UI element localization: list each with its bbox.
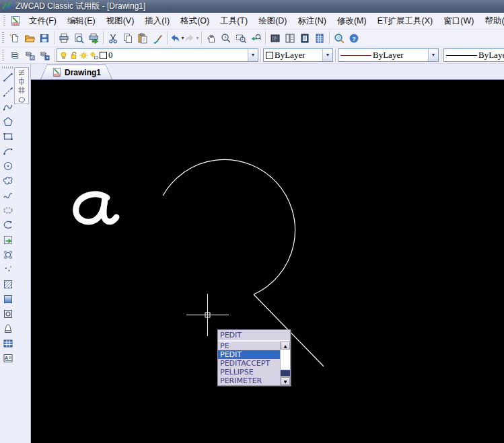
point-tool[interactable] xyxy=(1,262,15,277)
make-block-tool[interactable] xyxy=(1,247,15,262)
left-tool-panel: A xyxy=(0,64,31,443)
scrollbar-track[interactable] xyxy=(281,350,290,377)
color-swatch-icon xyxy=(266,52,273,59)
cut-button[interactable] xyxy=(106,31,120,46)
separator xyxy=(335,49,336,62)
menu-window[interactable]: 窗口(W) xyxy=(438,14,479,28)
quickcalc-button[interactable] xyxy=(312,31,327,46)
dropdown-arrow-icon[interactable]: ▾ xyxy=(196,36,199,41)
publish-button[interactable] xyxy=(86,31,101,46)
layer-select[interactable]: 0 ▼ xyxy=(57,48,258,62)
chevron-down-icon[interactable]: ▼ xyxy=(428,49,438,61)
pan-button[interactable] xyxy=(204,31,219,46)
insert-block-tool[interactable] xyxy=(1,233,15,247)
draw-order-tool[interactable] xyxy=(16,69,27,77)
lineweight-select[interactable]: ByLayer ▼ xyxy=(443,48,504,62)
command-line-button[interactable] xyxy=(268,31,283,46)
popup-item-perimeter[interactable]: PERIMETER xyxy=(218,376,280,385)
popup-item-pedit[interactable]: PEDIT xyxy=(218,350,280,359)
scrollbar-thumb[interactable] xyxy=(281,370,290,376)
hatch-tool[interactable] xyxy=(1,277,15,292)
revision-cloud-tool[interactable] xyxy=(1,173,15,188)
gradient-tool[interactable] xyxy=(1,292,15,307)
scroll-down-button[interactable]: ▼ xyxy=(281,377,290,385)
regen-tool[interactable] xyxy=(16,95,27,103)
menubar-grip[interactable] xyxy=(3,15,5,27)
drawing-canvas[interactable]: PEDIT PEPEDITPEDITACCEPTPELLIPSEPERIMETE… xyxy=(31,80,504,443)
open-button[interactable] xyxy=(22,31,37,46)
menu-dimension[interactable]: 标注(N) xyxy=(293,14,332,28)
find-button[interactable] xyxy=(332,31,347,46)
commandline-icon xyxy=(270,33,281,44)
print-button[interactable] xyxy=(57,31,71,46)
popup-item-peditaccept[interactable]: PEDITACCEPT xyxy=(218,359,280,368)
layer-states-button[interactable] xyxy=(22,48,37,63)
popup-item-pe[interactable]: PE xyxy=(218,341,280,350)
toolbar-grip[interactable] xyxy=(2,32,4,44)
redo-button[interactable]: ▾ xyxy=(184,31,199,46)
svg-text:?: ? xyxy=(352,35,356,42)
mtext-tool[interactable]: A xyxy=(1,351,15,366)
popup-scrollbar[interactable]: ▲ ▼ xyxy=(280,341,290,385)
menu-file[interactable]: 文件(F) xyxy=(24,14,62,28)
grid-snap-tool[interactable] xyxy=(16,86,27,94)
zoom-window-button[interactable] xyxy=(233,31,248,46)
layer-previous-button[interactable] xyxy=(37,48,52,63)
color-select[interactable]: ByLayer ▼ xyxy=(263,48,333,62)
chevron-down-icon[interactable]: ▼ xyxy=(322,49,332,61)
spline-tool[interactable] xyxy=(1,188,15,203)
wipeout-tool[interactable] xyxy=(1,321,15,336)
zoom-previous-button[interactable] xyxy=(248,31,263,46)
line-tool[interactable] xyxy=(1,70,15,85)
rectangle-tool[interactable] xyxy=(1,129,15,144)
table-tool[interactable] xyxy=(1,336,15,351)
menu-tools[interactable]: 工具(T) xyxy=(215,14,253,28)
ellipse-arc-tool[interactable] xyxy=(1,218,15,233)
new-button[interactable] xyxy=(7,31,22,46)
scroll-up-button[interactable]: ▲ xyxy=(281,341,290,350)
work-area: A DWG Drawing1 xyxy=(0,64,504,443)
properties-button[interactable] xyxy=(297,31,312,46)
ellipse-tool[interactable] xyxy=(1,203,15,218)
print-preview-button[interactable] xyxy=(71,31,86,46)
save-button[interactable] xyxy=(37,31,52,46)
center-snap-tool[interactable] xyxy=(16,77,27,85)
tab-drawing1[interactable]: DWG Drawing1 xyxy=(40,65,112,79)
menu-help[interactable]: 帮助(H) xyxy=(479,14,504,28)
linetype-select[interactable]: ByLayer ▼ xyxy=(338,48,439,62)
zoom-realtime-button[interactable] xyxy=(219,31,233,46)
region-tool[interactable] xyxy=(1,307,15,321)
menu-format[interactable]: 格式(O) xyxy=(175,14,215,28)
chevron-down-icon[interactable]: ▼ xyxy=(248,49,258,61)
tool-palettes-button[interactable] xyxy=(283,31,297,46)
toolbar-separator xyxy=(329,32,330,44)
undo-button[interactable]: ▾ xyxy=(170,31,184,46)
help-button[interactable]: ? xyxy=(347,31,361,46)
toolbar-grip[interactable] xyxy=(2,50,4,61)
menu-view[interactable]: 视图(V) xyxy=(101,14,140,28)
new-file-icon xyxy=(9,33,20,44)
dropdown-arrow-icon[interactable]: ▾ xyxy=(181,36,184,41)
menu-et-tools[interactable]: ET扩展工具(X) xyxy=(372,14,439,28)
menu-edit[interactable]: 编辑(E) xyxy=(62,14,101,28)
rectangle-icon xyxy=(3,131,13,142)
circle-tool[interactable] xyxy=(1,159,15,173)
menu-bar: DWG 文件(F)编辑(E)视图(V)插入(I)格式(O)工具(T)绘图(D)标… xyxy=(0,13,504,30)
menu-insert[interactable]: 插入(I) xyxy=(139,14,175,28)
sun-icon xyxy=(79,51,88,60)
ellipse-icon xyxy=(3,205,13,216)
popup-item-pellipse[interactable]: PELLIPSE xyxy=(218,368,280,376)
match-properties-button[interactable] xyxy=(150,31,165,46)
menu-modify[interactable]: 修改(M) xyxy=(332,14,372,28)
arc-tool[interactable] xyxy=(1,144,15,159)
zwcad-logo-icon xyxy=(2,1,12,11)
construction-line-tool[interactable] xyxy=(1,85,15,99)
polygon-tool[interactable] xyxy=(1,114,15,129)
copy-button[interactable] xyxy=(120,31,135,46)
cut-icon xyxy=(108,33,118,44)
layer-manager-button[interactable] xyxy=(7,48,22,63)
paste-button[interactable] xyxy=(135,31,150,46)
draw-toolbar-grip[interactable] xyxy=(2,67,13,69)
polyline-tool[interactable] xyxy=(1,99,15,114)
menu-draw[interactable]: 绘图(D) xyxy=(253,14,292,28)
